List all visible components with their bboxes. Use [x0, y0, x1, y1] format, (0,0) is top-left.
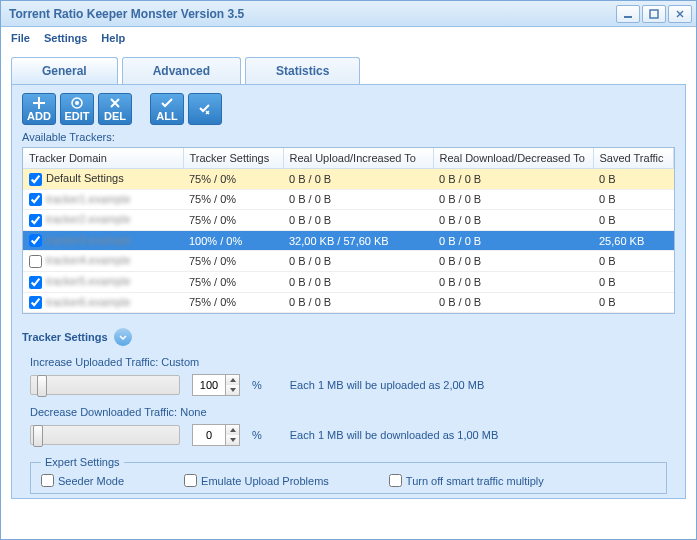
row-checkbox[interactable] [29, 234, 42, 247]
maximize-button[interactable] [642, 5, 666, 23]
row-download: 0 B / 0 B [433, 251, 593, 272]
row-domain: tracker5.example [46, 275, 130, 287]
row-upload: 0 B / 0 B [283, 210, 433, 231]
upload-hint: Each 1 MB will be uploaded as 2,00 MB [290, 379, 484, 391]
general-panel: ADD EDIT DEL ALL Available Trackers: Tra… [11, 85, 686, 499]
delete-button[interactable]: DEL [98, 93, 132, 125]
edit-button[interactable]: EDIT [60, 93, 94, 125]
emulate-label[interactable]: Emulate Upload Problems [184, 474, 329, 487]
row-domain: tracker2.example [46, 213, 130, 225]
row-saved: 25,60 KB [593, 230, 674, 251]
increase-slider[interactable] [30, 375, 180, 395]
col-upload[interactable]: Real Upload/Increased To [283, 148, 433, 169]
turnoff-label[interactable]: Turn off smart traffic multiply [389, 474, 544, 487]
menu-settings[interactable]: Settings [44, 32, 87, 44]
row-upload: 32,00 KB / 57,60 KB [283, 230, 433, 251]
svg-point-3 [75, 101, 79, 105]
row-download: 0 B / 0 B [433, 169, 593, 190]
increase-step-down[interactable] [226, 385, 239, 395]
table-row[interactable]: tracker5.example75% / 0%0 B / 0 B0 B / 0… [23, 271, 674, 292]
row-saved: 0 B [593, 271, 674, 292]
decrease-step-up[interactable] [226, 425, 239, 435]
row-settings: 75% / 0% [183, 292, 283, 313]
tab-general[interactable]: General [11, 57, 118, 84]
tracker-settings-label: Tracker Settings [22, 331, 108, 343]
svg-rect-1 [650, 10, 658, 18]
decrease-slider[interactable] [30, 425, 180, 445]
collapse-icon[interactable] [114, 328, 132, 346]
pct-label-2: % [252, 429, 262, 441]
tab-statistics[interactable]: Statistics [245, 57, 360, 84]
add-button[interactable]: ADD [22, 93, 56, 125]
close-button[interactable] [668, 5, 692, 23]
row-domain: Default Settings [46, 172, 124, 184]
check-all-button[interactable]: ALL [150, 93, 184, 125]
settings-block: Increase Uploaded Traffic: Custom % Each… [22, 356, 675, 494]
trackers-grid: Tracker Domain Tracker Settings Real Upl… [22, 147, 675, 314]
decrease-steppers [225, 425, 239, 445]
row-checkbox[interactable] [29, 296, 42, 309]
row-saved: 0 B [593, 210, 674, 231]
row-settings: 75% / 0% [183, 251, 283, 272]
menu-file[interactable]: File [11, 32, 30, 44]
slider-thumb[interactable] [37, 375, 47, 397]
table-row[interactable]: tracker2.example75% / 0%0 B / 0 B0 B / 0… [23, 210, 674, 231]
increase-label: Increase Uploaded Traffic: Custom [30, 356, 667, 368]
seeder-mode-checkbox[interactable] [41, 474, 54, 487]
seeder-mode-label[interactable]: Seeder Mode [41, 474, 124, 487]
col-saved[interactable]: Saved Traffic [593, 148, 674, 169]
download-hint: Each 1 MB will be downloaded as 1,00 MB [290, 429, 499, 441]
menu-help[interactable]: Help [101, 32, 125, 44]
tracker-settings-header: Tracker Settings [22, 328, 675, 346]
table-row[interactable]: tracker6.example75% / 0%0 B / 0 B0 B / 0… [23, 292, 674, 313]
decrease-input[interactable] [193, 425, 225, 445]
tab-advanced[interactable]: Advanced [122, 57, 241, 84]
row-download: 0 B / 0 B [433, 292, 593, 313]
turnoff-checkbox[interactable] [389, 474, 402, 487]
row-download: 0 B / 0 B [433, 210, 593, 231]
row-saved: 0 B [593, 251, 674, 272]
slider-thumb[interactable] [33, 425, 43, 447]
increase-step-up[interactable] [226, 375, 239, 385]
col-settings[interactable]: Tracker Settings [183, 148, 283, 169]
row-upload: 0 B / 0 B [283, 271, 433, 292]
svg-rect-0 [624, 16, 632, 18]
expert-legend: Expert Settings [41, 456, 124, 468]
row-settings: 75% / 0% [183, 169, 283, 190]
col-download[interactable]: Real Download/Decreased To [433, 148, 593, 169]
row-checkbox[interactable] [29, 193, 42, 206]
row-settings: 75% / 0% [183, 210, 283, 231]
emulate-checkbox[interactable] [184, 474, 197, 487]
expert-fieldset: Expert Settings Seeder Mode Emulate Uplo… [30, 456, 667, 494]
row-settings: 75% / 0% [183, 271, 283, 292]
toolbar: ADD EDIT DEL ALL [22, 93, 675, 125]
col-domain[interactable]: Tracker Domain [23, 148, 183, 169]
row-saved: 0 B [593, 169, 674, 190]
row-saved: 0 B [593, 292, 674, 313]
window-controls [616, 5, 692, 23]
decrease-step-down[interactable] [226, 435, 239, 445]
row-upload: 0 B / 0 B [283, 169, 433, 190]
row-saved: 0 B [593, 189, 674, 210]
decrease-numbox [192, 424, 240, 446]
row-checkbox[interactable] [29, 173, 42, 186]
minimize-button[interactable] [616, 5, 640, 23]
table-row[interactable]: tracker4.example75% / 0%0 B / 0 B0 B / 0… [23, 251, 674, 272]
row-settings: 75% / 0% [183, 189, 283, 210]
row-domain: tracker6.example [46, 296, 130, 308]
pct-label-1: % [252, 379, 262, 391]
tabs: General Advanced Statistics [11, 57, 686, 85]
table-row[interactable]: tracker3.example100% / 0%32,00 KB / 57,6… [23, 230, 674, 251]
uncheck-all-button[interactable] [188, 93, 222, 125]
decrease-row: % Each 1 MB will be downloaded as 1,00 M… [30, 424, 667, 446]
increase-steppers [225, 375, 239, 395]
row-checkbox[interactable] [29, 276, 42, 289]
table-row[interactable]: Default Settings75% / 0%0 B / 0 B0 B / 0… [23, 169, 674, 190]
row-checkbox[interactable] [29, 214, 42, 227]
expert-row: Seeder Mode Emulate Upload Problems Turn… [41, 474, 656, 487]
row-checkbox[interactable] [29, 255, 42, 268]
table-row[interactable]: tracker1.example75% / 0%0 B / 0 B0 B / 0… [23, 189, 674, 210]
increase-input[interactable] [193, 375, 225, 395]
row-download: 0 B / 0 B [433, 271, 593, 292]
window-title: Torrent Ratio Keeper Monster Version 3.5 [9, 7, 244, 21]
